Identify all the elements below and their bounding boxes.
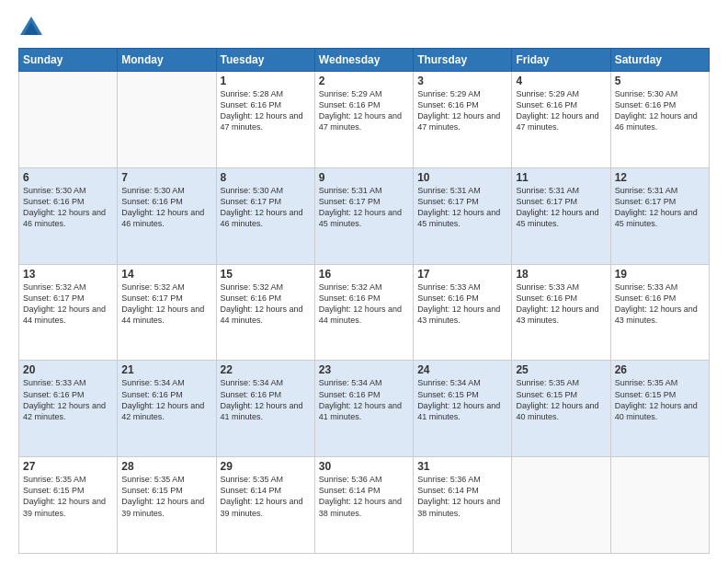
- day-number: 29: [221, 460, 311, 473]
- day-info: Sunrise: 5:34 AM Sunset: 6:16 PM Dayligh…: [319, 377, 409, 422]
- day-number: 15: [221, 268, 311, 281]
- calendar-cell: 3Sunrise: 5:29 AM Sunset: 6:16 PM Daylig…: [414, 72, 512, 168]
- calendar-cell: 27Sunrise: 5:35 AM Sunset: 6:15 PM Dayli…: [19, 457, 118, 554]
- day-info: Sunrise: 5:32 AM Sunset: 6:16 PM Dayligh…: [319, 282, 409, 327]
- calendar-cell: 26Sunrise: 5:35 AM Sunset: 6:15 PM Dayli…: [610, 361, 709, 457]
- calendar-cell: [610, 457, 709, 554]
- calendar-cell: 12Sunrise: 5:31 AM Sunset: 6:17 PM Dayli…: [610, 167, 709, 264]
- day-info: Sunrise: 5:34 AM Sunset: 6:15 PM Dayligh…: [417, 377, 507, 422]
- day-info: Sunrise: 5:32 AM Sunset: 6:16 PM Dayligh…: [221, 282, 311, 327]
- day-number: 8: [221, 171, 311, 184]
- day-info: Sunrise: 5:31 AM Sunset: 6:17 PM Dayligh…: [417, 185, 507, 230]
- logo-icon: [18, 15, 44, 40]
- calendar-cell: 11Sunrise: 5:31 AM Sunset: 6:17 PM Dayli…: [512, 167, 610, 264]
- day-number: 18: [516, 268, 606, 281]
- day-number: 17: [417, 268, 507, 281]
- day-number: 25: [516, 363, 606, 376]
- day-number: 12: [615, 171, 705, 184]
- day-info: Sunrise: 5:35 AM Sunset: 6:14 PM Dayligh…: [221, 474, 311, 519]
- calendar-cell: 16Sunrise: 5:32 AM Sunset: 6:16 PM Dayli…: [314, 264, 413, 361]
- day-info: Sunrise: 5:33 AM Sunset: 6:16 PM Dayligh…: [417, 282, 507, 327]
- day-number: 16: [319, 268, 409, 281]
- calendar-cell: 31Sunrise: 5:36 AM Sunset: 6:14 PM Dayli…: [414, 457, 512, 554]
- calendar-cell: 23Sunrise: 5:34 AM Sunset: 6:16 PM Dayli…: [314, 361, 413, 457]
- day-info: Sunrise: 5:35 AM Sunset: 6:15 PM Dayligh…: [23, 474, 113, 519]
- day-number: 24: [417, 363, 507, 376]
- day-header-sunday: Sunday: [19, 49, 118, 72]
- day-header-friday: Friday: [512, 49, 610, 72]
- calendar-cell: 9Sunrise: 5:31 AM Sunset: 6:17 PM Daylig…: [314, 167, 413, 264]
- day-number: 11: [516, 171, 606, 184]
- day-number: 9: [319, 171, 409, 184]
- calendar-cell: [19, 72, 118, 168]
- calendar-cell: 1Sunrise: 5:28 AM Sunset: 6:16 PM Daylig…: [216, 72, 314, 168]
- calendar-week-2: 6Sunrise: 5:30 AM Sunset: 6:16 PM Daylig…: [19, 167, 710, 264]
- day-info: Sunrise: 5:35 AM Sunset: 6:15 PM Dayligh…: [121, 474, 211, 519]
- day-info: Sunrise: 5:33 AM Sunset: 6:16 PM Dayligh…: [516, 282, 606, 327]
- day-info: Sunrise: 5:34 AM Sunset: 6:16 PM Dayligh…: [221, 377, 311, 422]
- calendar-cell: 13Sunrise: 5:32 AM Sunset: 6:17 PM Dayli…: [19, 264, 118, 361]
- day-info: Sunrise: 5:34 AM Sunset: 6:16 PM Dayligh…: [121, 377, 211, 422]
- day-number: 31: [417, 460, 507, 473]
- day-number: 2: [319, 75, 409, 87]
- calendar-header-row: SundayMondayTuesdayWednesdayThursdayFrid…: [19, 49, 710, 72]
- calendar-table: SundayMondayTuesdayWednesdayThursdayFrid…: [18, 48, 710, 554]
- calendar-week-5: 27Sunrise: 5:35 AM Sunset: 6:15 PM Dayli…: [19, 457, 710, 554]
- day-number: 4: [516, 75, 606, 87]
- day-info: Sunrise: 5:33 AM Sunset: 6:16 PM Dayligh…: [23, 377, 113, 422]
- day-header-monday: Monday: [118, 49, 216, 72]
- day-number: 7: [121, 171, 211, 184]
- calendar-cell: 14Sunrise: 5:32 AM Sunset: 6:17 PM Dayli…: [118, 264, 216, 361]
- calendar-cell: 25Sunrise: 5:35 AM Sunset: 6:15 PM Dayli…: [512, 361, 610, 457]
- calendar-cell: 8Sunrise: 5:30 AM Sunset: 6:17 PM Daylig…: [216, 167, 314, 264]
- day-header-thursday: Thursday: [414, 49, 512, 72]
- calendar-cell: 10Sunrise: 5:31 AM Sunset: 6:17 PM Dayli…: [414, 167, 512, 264]
- day-info: Sunrise: 5:30 AM Sunset: 6:16 PM Dayligh…: [615, 88, 705, 133]
- day-number: 3: [417, 75, 507, 87]
- calendar-cell: 24Sunrise: 5:34 AM Sunset: 6:15 PM Dayli…: [414, 361, 512, 457]
- calendar-cell: 19Sunrise: 5:33 AM Sunset: 6:16 PM Dayli…: [610, 264, 709, 361]
- day-info: Sunrise: 5:30 AM Sunset: 6:16 PM Dayligh…: [23, 185, 113, 230]
- calendar-cell: 20Sunrise: 5:33 AM Sunset: 6:16 PM Dayli…: [19, 361, 118, 457]
- calendar-cell: 30Sunrise: 5:36 AM Sunset: 6:14 PM Dayli…: [314, 457, 413, 554]
- calendar-week-3: 13Sunrise: 5:32 AM Sunset: 6:17 PM Dayli…: [19, 264, 710, 361]
- day-number: 5: [615, 75, 705, 87]
- day-number: 14: [121, 268, 211, 281]
- day-info: Sunrise: 5:31 AM Sunset: 6:17 PM Dayligh…: [319, 185, 409, 230]
- calendar-cell: 4Sunrise: 5:29 AM Sunset: 6:16 PM Daylig…: [512, 72, 610, 168]
- calendar-cell: [512, 457, 610, 554]
- day-info: Sunrise: 5:30 AM Sunset: 6:16 PM Dayligh…: [121, 185, 211, 230]
- calendar-cell: 5Sunrise: 5:30 AM Sunset: 6:16 PM Daylig…: [610, 72, 709, 168]
- page: SundayMondayTuesdayWednesdayThursdayFrid…: [0, 0, 728, 563]
- day-header-tuesday: Tuesday: [216, 49, 314, 72]
- day-number: 30: [319, 460, 409, 473]
- calendar-cell: 15Sunrise: 5:32 AM Sunset: 6:16 PM Dayli…: [216, 264, 314, 361]
- day-info: Sunrise: 5:32 AM Sunset: 6:17 PM Dayligh…: [121, 282, 211, 327]
- calendar-cell: 21Sunrise: 5:34 AM Sunset: 6:16 PM Dayli…: [118, 361, 216, 457]
- day-number: 21: [121, 363, 211, 376]
- day-info: Sunrise: 5:33 AM Sunset: 6:16 PM Dayligh…: [615, 282, 705, 327]
- calendar-cell: 29Sunrise: 5:35 AM Sunset: 6:14 PM Dayli…: [216, 457, 314, 554]
- day-info: Sunrise: 5:31 AM Sunset: 6:17 PM Dayligh…: [615, 185, 705, 230]
- day-number: 19: [615, 268, 705, 281]
- day-info: Sunrise: 5:36 AM Sunset: 6:14 PM Dayligh…: [319, 474, 409, 519]
- day-number: 27: [23, 460, 113, 473]
- calendar-week-1: 1Sunrise: 5:28 AM Sunset: 6:16 PM Daylig…: [19, 72, 710, 168]
- day-info: Sunrise: 5:32 AM Sunset: 6:17 PM Dayligh…: [23, 282, 113, 327]
- day-number: 22: [221, 363, 311, 376]
- day-info: Sunrise: 5:31 AM Sunset: 6:17 PM Dayligh…: [516, 185, 606, 230]
- day-number: 23: [319, 363, 409, 376]
- calendar-cell: 7Sunrise: 5:30 AM Sunset: 6:16 PM Daylig…: [118, 167, 216, 264]
- calendar-cell: 17Sunrise: 5:33 AM Sunset: 6:16 PM Dayli…: [414, 264, 512, 361]
- day-info: Sunrise: 5:30 AM Sunset: 6:17 PM Dayligh…: [221, 185, 311, 230]
- header: [18, 15, 710, 40]
- day-number: 26: [615, 363, 705, 376]
- day-info: Sunrise: 5:35 AM Sunset: 6:15 PM Dayligh…: [615, 377, 705, 422]
- day-info: Sunrise: 5:29 AM Sunset: 6:16 PM Dayligh…: [417, 88, 507, 133]
- day-number: 10: [417, 171, 507, 184]
- day-info: Sunrise: 5:29 AM Sunset: 6:16 PM Dayligh…: [319, 88, 409, 133]
- calendar-cell: [118, 72, 216, 168]
- calendar-week-4: 20Sunrise: 5:33 AM Sunset: 6:16 PM Dayli…: [19, 361, 710, 457]
- calendar-cell: 18Sunrise: 5:33 AM Sunset: 6:16 PM Dayli…: [512, 264, 610, 361]
- day-info: Sunrise: 5:35 AM Sunset: 6:15 PM Dayligh…: [516, 377, 606, 422]
